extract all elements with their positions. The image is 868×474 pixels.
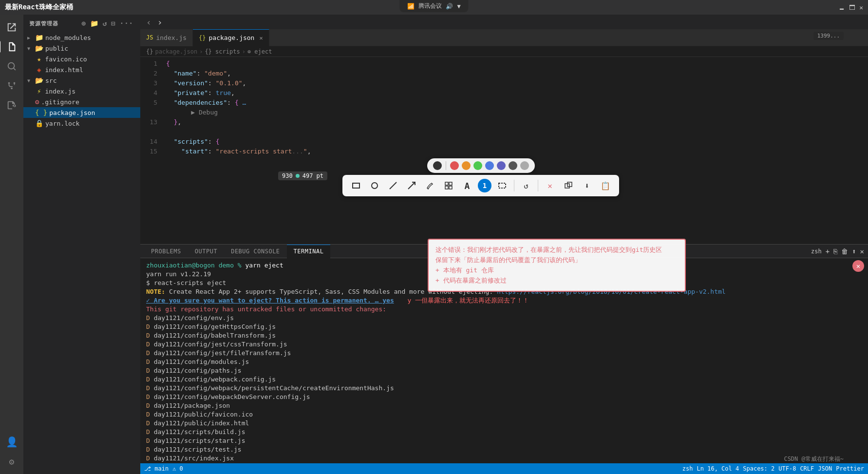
annotation-box: 这个错误：我们刚才把代码改了，在暴露之前，先让我们把代码提交到git历史区 保留…	[428, 239, 686, 292]
cursor-position: Ln 16, Col 4	[697, 465, 739, 472]
git-branch: ⎇ main	[144, 465, 169, 472]
tencent-bar[interactable]: 📶 腾讯会议 🔊 ▼	[399, 0, 468, 12]
tab-output[interactable]: OUTPUT	[188, 245, 224, 258]
refresh-btn[interactable]: ↺	[102, 19, 108, 28]
file-js-icon: ⚡	[37, 87, 41, 95]
color-red[interactable]	[450, 161, 459, 170]
tool-dashed-rect[interactable]	[494, 178, 510, 193]
color-dark-blue[interactable]	[497, 161, 506, 170]
tool-duplicate[interactable]	[561, 178, 576, 193]
tab-debug-console[interactable]: DEBUG CONSOLE	[224, 245, 286, 258]
color-black[interactable]	[433, 161, 442, 170]
file-json-icon: { }	[35, 109, 47, 116]
file-git-icon: ⚙	[35, 98, 39, 106]
tool-close[interactable]: ✕	[542, 178, 558, 193]
spaces-setting: Spaces: 2	[743, 465, 774, 472]
tree-item-yarn-lock[interactable]: ▶ 🔒 yarn.lock	[23, 118, 140, 129]
activity-git[interactable]	[3, 77, 20, 95]
kill-terminal-btn[interactable]: 🗑	[841, 247, 848, 255]
close-panel-btn[interactable]: ✕	[860, 247, 864, 255]
new-file-btn[interactable]: ⊕	[80, 19, 87, 28]
activity-settings[interactable]: ⚙	[3, 453, 20, 470]
tab-package-json[interactable]: {} package.json ✕	[193, 29, 269, 46]
activity-extensions[interactable]	[3, 96, 20, 114]
tree-item-src[interactable]: ▼ 📂 src	[23, 75, 140, 86]
annotation-point1: + 本地有 git 仓库	[435, 265, 678, 275]
sidebar-title: 资源管理器	[29, 20, 58, 27]
activity-bar: 👤 ⚙	[0, 15, 23, 474]
status-bar: ⎇ main ⚠ 0 zsh Ln 16, Col 4 Spaces: 2 UT…	[140, 463, 868, 474]
sidebar-header: 资源管理器 ⊕ 📁 ↺ ⊟ ···	[23, 15, 140, 32]
minimize-icon[interactable]: 🗕	[839, 4, 845, 11]
activity-search[interactable]	[3, 57, 20, 75]
forward-icon[interactable]: ›	[155, 17, 165, 27]
tab-index-js[interactable]: JS index.js	[140, 29, 193, 46]
activity-account[interactable]: 👤	[3, 433, 20, 451]
maximize-panel-btn[interactable]: ⬆	[852, 247, 856, 255]
sidebar-actions: ⊕ 📁 ↺ ⊟ ···	[80, 19, 134, 28]
nav-arrows[interactable]: ‹ ›	[144, 17, 165, 27]
terminal-label-zsh: zsh	[811, 248, 822, 255]
tencent-label: 腾讯会议	[418, 2, 442, 10]
tool-line[interactable]	[385, 178, 401, 193]
color-green[interactable]	[473, 161, 482, 170]
terminal-line-html: D day1121/public/index.html	[146, 419, 862, 428]
color-orange[interactable]	[462, 161, 471, 170]
tree-item-node-modules[interactable]: ▶ 📁 node_modules	[23, 32, 140, 43]
split-terminal-btn[interactable]: ⎘	[833, 247, 837, 255]
code-line-2: "name": "demo",	[166, 69, 868, 78]
svg-rect-10	[449, 186, 452, 189]
tool-download[interactable]: ⬇	[579, 178, 595, 193]
line-ending: CRLF	[800, 465, 814, 472]
maximize-icon[interactable]: 🗖	[849, 4, 855, 11]
tree-item-package-json[interactable]: ▶ { } package.json	[23, 107, 140, 118]
terminal-line-env: D day1121/config/env.js	[146, 314, 862, 322]
prompt-text-1: zhouxiaotian@bogon demo %	[146, 262, 242, 269]
tab-close-icon[interactable]: ✕	[259, 35, 263, 41]
activity-files[interactable]	[3, 38, 20, 56]
tool-rect[interactable]	[348, 178, 364, 193]
tree-item-public[interactable]: ▼ 📂 public	[23, 43, 140, 54]
color-gray[interactable]	[520, 161, 529, 170]
file-ico-icon: ★	[37, 55, 41, 63]
tool-arrow[interactable]	[404, 178, 419, 193]
color-blue[interactable]	[485, 161, 494, 170]
terminal-line-pkgjson: D day1121/package.json	[146, 401, 862, 410]
terminal-x-btn[interactable]: ✕	[852, 260, 864, 272]
tree-item-index-html[interactable]: ◈ index.html	[23, 64, 140, 75]
collapse-btn[interactable]: ⊟	[110, 19, 116, 28]
tool-counter[interactable]: 1	[478, 179, 491, 192]
code-line-debug: ▶ Debug	[166, 108, 868, 117]
comment-right-text: y 一但暴露出来，就无法再还原回去了！！	[408, 297, 529, 304]
window-controls[interactable]: 🗕 🗖 ✕	[839, 4, 863, 11]
file-lock-icon: 🔒	[35, 119, 43, 127]
annotation-point2: + 代码在暴露之前修改过	[435, 276, 678, 285]
back-icon[interactable]: ‹	[144, 17, 153, 27]
tree-label-index-js: index.js	[45, 88, 75, 95]
color-dark-gray[interactable]	[509, 161, 517, 170]
tree-label-yarn-lock: yarn.lock	[45, 120, 79, 127]
tree-item-favicon[interactable]: ★ favicon.ico	[23, 54, 140, 64]
size-height: 497 pt	[302, 172, 323, 179]
tool-pen[interactable]	[422, 178, 438, 193]
add-terminal-btn[interactable]: +	[826, 247, 830, 255]
tab-label-index-js: index.js	[156, 34, 187, 41]
breadcrumb: {} package.json › {} scripts › ⊕ eject	[140, 46, 868, 57]
new-folder-btn[interactable]: 📁	[89, 19, 100, 28]
file-tree: ▶ 📁 node_modules ▼ 📂 public ★ favicon.ic…	[23, 32, 140, 129]
tool-undo[interactable]: ↺	[518, 178, 534, 193]
tencent-dropdown-icon[interactable]: ▼	[457, 3, 460, 10]
tree-item-index-js[interactable]: ⚡ index.js	[23, 86, 140, 96]
tool-grid[interactable]	[441, 178, 456, 193]
terminal-line-persistent: D day1121/config/webpack/persistentCache…	[146, 384, 862, 393]
tool-circle[interactable]	[367, 178, 382, 193]
activity-explorer[interactable]	[3, 19, 20, 36]
tab-problems[interactable]: PROBLEMS	[144, 245, 188, 258]
tree-item-gitignore[interactable]: ▶ ⚙ .gitignore	[23, 96, 140, 107]
tab-terminal[interactable]: TERMINAL	[287, 245, 331, 258]
more-btn[interactable]: ···	[119, 19, 134, 28]
code-editor: 1 2 3 4 5 13 14 15 16 { "name": "demo", …	[140, 57, 868, 154]
tool-clipboard[interactable]: 📋	[598, 178, 613, 193]
tool-text[interactable]: A	[459, 178, 475, 193]
close-icon[interactable]: ✕	[859, 4, 863, 11]
